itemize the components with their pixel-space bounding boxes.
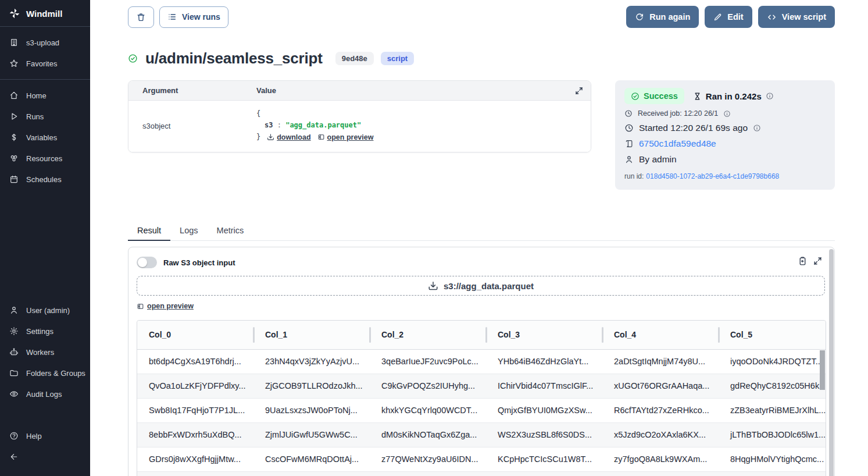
download-label: download xyxy=(277,132,310,144)
column-header-col_1[interactable]: Col_1 xyxy=(253,321,370,349)
sidebar-item-s3-upload[interactable]: s3-upload xyxy=(0,32,90,53)
download-icon xyxy=(428,280,438,291)
sidebar-nav-group: Home Runs Variables Resources Schedules xyxy=(0,80,90,195)
table-cell: CscOFwM6MRqDOttAj... xyxy=(253,454,370,464)
sidebar-item-help[interactable]: Help xyxy=(0,425,90,446)
argument-name: s3object xyxy=(142,122,256,130)
sidebar-item-label: Folders & Groups xyxy=(26,369,85,378)
expand-icon[interactable] xyxy=(813,256,823,266)
success-check-icon xyxy=(128,54,138,63)
sidebar-item-runs[interactable]: Runs xyxy=(0,106,90,127)
table-row[interactable]: QvOa1oLzKFjYDFPdlxy...ZjGCOB9TLLROdzoJkh… xyxy=(137,374,826,399)
table-row[interactable]: Swb8Iq17FqHjoT7P1JL...9UazLsxzsJW0oPToNj… xyxy=(137,399,826,423)
started-label: Started 12:20 26/1 69s ago xyxy=(639,123,748,133)
info-icon[interactable] xyxy=(766,92,774,100)
column-header-col_5[interactable]: Col_5 xyxy=(719,321,826,349)
sidebar-item-variables[interactable]: Variables xyxy=(0,127,90,148)
run-duration-label: Ran in 0.242s xyxy=(706,91,762,101)
robot-icon xyxy=(9,347,19,357)
script-type-badge: script xyxy=(381,52,414,65)
table-cell: YHb64iB46ZdHzGlaYt... xyxy=(486,357,602,366)
download-link[interactable]: download xyxy=(267,132,310,144)
copy-to-clipboard-icon[interactable] xyxy=(798,256,808,266)
column-resize-handle[interactable] xyxy=(718,327,720,343)
column-header-label: Col_5 xyxy=(730,330,752,339)
sidebar-item-home[interactable]: Home xyxy=(0,85,90,106)
info-icon[interactable] xyxy=(723,110,731,118)
panel-scrollbar-thumb[interactable] xyxy=(829,249,834,476)
download-icon xyxy=(267,133,274,141)
sidebar-item-schedules[interactable]: Schedules xyxy=(0,169,90,190)
raw-s3-toggle-row: Raw S3 object input xyxy=(137,257,825,268)
sidebar: Windmill s3-upload Favorites Home Runs xyxy=(0,0,90,476)
run-id-link[interactable]: 018d4580-1072-ab29-e6a4-c1de9798b668 xyxy=(646,172,779,180)
open-preview-link[interactable]: open preview xyxy=(317,132,374,144)
table-row[interactable]: bt6dp4CgXsA19T6hdrj...23hN4qxV3jZkYyAzjv… xyxy=(137,350,826,374)
sidebar-item-workers[interactable]: Workers xyxy=(0,342,90,363)
sidebar-item-folders-groups[interactable]: Folders & Groups xyxy=(0,363,90,383)
open-preview-link[interactable]: open preview xyxy=(137,302,194,310)
table-row[interactable]: GDrs0j8wXXgfHgjjMtw...CscOFwM6MRqDOttAj.… xyxy=(137,447,826,472)
table-row[interactable]: 8ebbFxWDxrh5uXdBQ...ZjmlJUiGwfU5GWw5C...… xyxy=(137,423,826,447)
table-cell: GDrs0j8wXXgfHgjjMtw... xyxy=(137,454,253,464)
table-cell: R6cfTAYtd27xZeRHkco... xyxy=(602,406,719,415)
sidebar-item-audit-logs[interactable]: Audit Logs xyxy=(0,383,90,404)
sidebar-item-label: Runs xyxy=(26,112,44,121)
run-again-button[interactable]: Run again xyxy=(626,6,699,28)
column-header-col_3[interactable]: Col_3 xyxy=(486,321,602,349)
view-runs-button[interactable]: View runs xyxy=(159,6,228,28)
user-icon xyxy=(9,306,19,315)
column-header-col_0[interactable]: Col_0 xyxy=(137,321,253,349)
table-cell: 8HqgHMolVYtighQcmc... xyxy=(719,454,826,464)
column-resize-handle[interactable] xyxy=(602,327,603,343)
info-icon[interactable] xyxy=(753,124,761,132)
sidebar-item-user-admin[interactable]: User (admin) xyxy=(0,300,90,321)
column-resize-handle[interactable] xyxy=(369,327,371,343)
raw-s3-toggle[interactable] xyxy=(137,257,157,268)
s3-file-download-box[interactable]: s3://agg_data.parquet xyxy=(137,276,825,296)
sidebar-item-settings[interactable]: Settings xyxy=(0,321,90,342)
edit-button[interactable]: Edit xyxy=(705,6,752,28)
sidebar-item-resources[interactable]: Resources xyxy=(0,148,90,169)
column-resize-handle[interactable] xyxy=(253,327,255,343)
sidebar-item-label: Home xyxy=(26,91,47,100)
sidebar-collapse-button[interactable] xyxy=(0,446,90,471)
tab-metrics[interactable]: Metrics xyxy=(208,221,253,240)
pencil-icon xyxy=(713,13,722,22)
run-id-row: run id:018d4580-1072-ab29-e6a4-c1de9798b… xyxy=(624,172,826,180)
table-cell: 23hN4qxV3jZkYyAzjvU... xyxy=(253,357,370,366)
arguments-card: Argument Value s3object { s3 : "agg_data… xyxy=(128,80,591,152)
play-icon xyxy=(9,112,19,121)
delete-run-button[interactable] xyxy=(128,6,154,28)
triggered-by-label: By admin xyxy=(639,154,677,165)
json-brace-close: } xyxy=(256,132,260,143)
table-cell: jLThBTbOBJODlc65lw1... xyxy=(719,430,826,439)
view-script-button[interactable]: View script xyxy=(758,6,835,28)
tab-logs[interactable]: Logs xyxy=(170,221,207,240)
column-header-col_4[interactable]: Col_4 xyxy=(602,321,719,349)
json-colon: : xyxy=(277,121,281,129)
clock-icon xyxy=(624,123,634,133)
result-table-header: Col_0Col_1Col_2Col_3Col_4Col_5 xyxy=(137,321,826,350)
folder-icon xyxy=(9,368,19,378)
column-header-label: Col_2 xyxy=(381,330,403,339)
run-status-card: Success Ran in 0.242s Received job: 12:2… xyxy=(615,80,835,190)
blocks-icon xyxy=(9,154,19,163)
column-header-col_2[interactable]: Col_2 xyxy=(370,321,486,349)
table-scrollbar-thumb[interactable] xyxy=(820,350,825,390)
star-icon xyxy=(9,59,19,68)
column-resize-handle[interactable] xyxy=(485,327,487,343)
app-logo[interactable]: Windmill xyxy=(0,0,90,26)
table-cell: dM0sKikNOTaqGx6Zga... xyxy=(370,430,486,439)
s3-file-path: s3://agg_data.parquet xyxy=(444,281,534,291)
refresh-icon xyxy=(635,12,644,22)
job-id-link[interactable]: 6750c1dfa59ed48e xyxy=(639,138,716,149)
result-data-table: Col_0Col_1Col_2Col_3Col_4Col_5 bt6dp4CgX… xyxy=(137,320,826,476)
sidebar-item-favorites[interactable]: Favorites xyxy=(0,53,90,74)
tab-result[interactable]: Result xyxy=(128,221,170,240)
check-circle-icon xyxy=(631,92,640,101)
sidebar-item-label: Variables xyxy=(26,133,57,142)
expand-icon[interactable] xyxy=(574,86,584,95)
table-cell: 8ebbFxWDxrh5uXdBQ... xyxy=(137,430,253,439)
home-icon xyxy=(9,91,19,100)
